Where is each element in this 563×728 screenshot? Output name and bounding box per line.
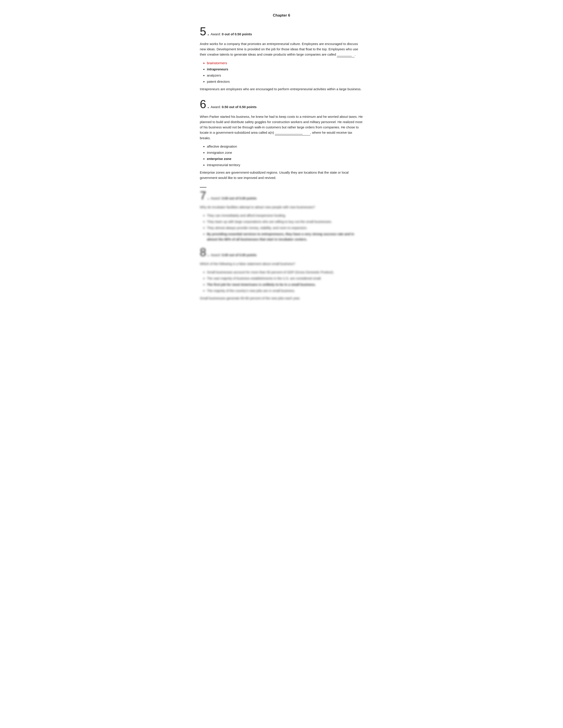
question-7-number: 7 [200, 190, 206, 201]
answer-6-4[interactable]: intrapreneurial territory [207, 162, 363, 168]
question-6-body: When Parker started his business, he kne… [200, 114, 363, 141]
question-5-explanation: Intrapreneurs are employees who are enco… [200, 86, 363, 92]
answer-5-2[interactable]: intrapreneurs [207, 67, 363, 72]
question-6-explanation: Enterprise zones are government-subsidiz… [200, 170, 363, 180]
question-5-award: Award: 0 out of 0.50 points [211, 32, 252, 36]
answer-6-2[interactable]: immigration zone [207, 150, 363, 155]
answer-8-2: The vast majority of business establishm… [207, 276, 363, 281]
question-5-answers: brainstormers intrapreneurs analyzers pa… [207, 60, 363, 84]
question-8-explanation: Small businesses generate 65-80 percent … [200, 296, 363, 301]
question-5-dot: . [207, 28, 209, 37]
question-5: 5 . Award: 0 out of 0.50 points Andre wo… [200, 26, 363, 92]
question-6: 6 . Award: 0.50 out of 0.50 points When … [200, 98, 363, 180]
question-5-body: Andre works for a company that promotes … [200, 41, 363, 57]
answer-5-1[interactable]: brainstormers [207, 60, 363, 66]
question-7: 7 . Award: 0.00 out of 0.00 points Why d… [200, 190, 363, 242]
page-title: Chapter 6 [200, 13, 363, 18]
question-6-dot: . [207, 101, 209, 110]
question-6-award: Award: 0.50 out of 0.50 points [211, 105, 256, 109]
answer-8-1: Small businesses account for more than 5… [207, 270, 363, 275]
answer-7-4: By providing essential services to entre… [207, 231, 363, 242]
question-8-number: 8 [200, 246, 206, 258]
answer-7-1: They can immediately and afford inexpens… [207, 213, 363, 218]
blurred-questions: 7 . Award: 0.00 out of 0.00 points Why d… [200, 190, 363, 301]
question-8-answers: Small businesses account for more than 5… [207, 270, 363, 293]
answer-6-1[interactable]: affective designation [207, 144, 363, 149]
answer-6-3[interactable]: enterprise zone [207, 156, 363, 161]
section-divider [200, 187, 206, 188]
question-6-number: 6 [200, 98, 206, 110]
answer-5-3[interactable]: analyzers [207, 73, 363, 78]
answer-8-3: The first job for most Americans is unli… [207, 282, 363, 287]
question-7-answers: They can immediately and afford inexpens… [207, 213, 363, 242]
question-7-award: Award: 0.00 out of 0.00 points [211, 196, 256, 200]
question-8: 8 . Award: 0.00 out of 0.00 points Which… [200, 246, 363, 301]
question-8-award: Award: 0.00 out of 0.00 points [211, 253, 256, 257]
answer-8-4: The majority of the country's new jobs a… [207, 288, 363, 293]
answer-5-4[interactable]: patent directors [207, 79, 363, 84]
answer-7-3: They almost always provide money, stabil… [207, 225, 363, 231]
question-8-body: Which of the following is a false statem… [200, 261, 363, 266]
question-6-answers: affective designation immigration zone e… [207, 144, 363, 168]
question-5-number: 5 [200, 26, 206, 37]
answer-7-2: They team up with large corporations who… [207, 219, 363, 224]
question-7-body: Why do incubator facilities attempt to a… [200, 205, 363, 210]
